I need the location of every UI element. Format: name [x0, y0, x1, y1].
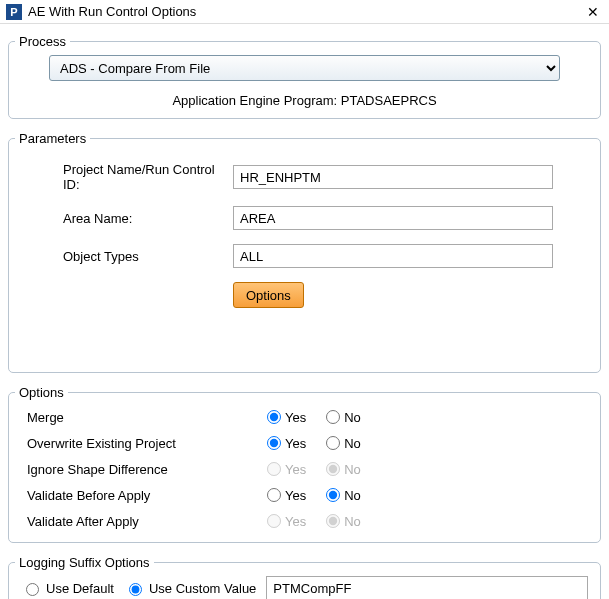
option-yes-text: Yes	[285, 436, 306, 451]
parameters-group: Parameters Project Name/Run Control ID: …	[8, 131, 601, 373]
option-label: Validate After Apply	[23, 514, 267, 529]
process-legend: Process	[15, 34, 70, 49]
option-no-label[interactable]: No	[326, 410, 361, 425]
options-group: Options MergeYesNoOverwrite Existing Pro…	[8, 385, 601, 543]
option-no-radio	[326, 514, 340, 528]
use-default-label[interactable]: Use Default	[21, 580, 114, 596]
option-no-text: No	[344, 436, 361, 451]
option-radio-pair: YesNo	[267, 488, 379, 503]
titlebar: P AE With Run Control Options ✕	[0, 0, 609, 24]
option-yes-label[interactable]: Yes	[267, 436, 306, 451]
option-label: Merge	[23, 410, 267, 425]
option-no-label[interactable]: No	[326, 436, 361, 451]
option-label: Ignore Shape Difference	[23, 462, 267, 477]
option-yes-radio[interactable]	[267, 436, 281, 450]
option-row: Ignore Shape DifferenceYesNo	[23, 456, 586, 482]
option-no-text: No	[344, 514, 361, 529]
option-no-radio[interactable]	[326, 410, 340, 424]
param-label-object-types: Object Types	[23, 249, 233, 264]
options-legend: Options	[15, 385, 68, 400]
param-row-project: Project Name/Run Control ID:	[23, 162, 586, 192]
use-custom-radio[interactable]	[129, 583, 142, 596]
option-no-label[interactable]: No	[326, 488, 361, 503]
ae-program-label: Application Engine Program: PTADSAEPRCS	[9, 85, 600, 118]
option-yes-radio	[267, 462, 281, 476]
option-yes-text: Yes	[285, 462, 306, 477]
option-no-text: No	[344, 488, 361, 503]
option-label: Overwrite Existing Project	[23, 436, 267, 451]
option-yes-label: Yes	[267, 462, 306, 477]
process-select[interactable]: ADS - Compare From File	[49, 55, 560, 81]
option-yes-label: Yes	[267, 514, 306, 529]
option-row: Validate Before ApplyYesNo	[23, 482, 586, 508]
logging-suffix-input[interactable]	[266, 576, 588, 599]
param-label-project: Project Name/Run Control ID:	[23, 162, 233, 192]
option-radio-pair: YesNo	[267, 410, 379, 425]
option-yes-radio[interactable]	[267, 488, 281, 502]
option-no-label: No	[326, 462, 361, 477]
option-no-text: No	[344, 410, 361, 425]
window-title: AE With Run Control Options	[28, 4, 583, 19]
option-row: MergeYesNo	[23, 404, 586, 430]
option-yes-text: Yes	[285, 410, 306, 425]
project-name-input[interactable]	[233, 165, 553, 189]
option-radio-pair: YesNo	[267, 436, 379, 451]
object-types-input[interactable]	[233, 244, 553, 268]
logging-group: Logging Suffix Options Use Default Use C…	[8, 555, 601, 599]
app-icon: P	[6, 4, 22, 20]
use-default-radio[interactable]	[26, 583, 39, 596]
option-row: Validate After ApplyYesNo	[23, 508, 586, 534]
option-yes-text: Yes	[285, 514, 306, 529]
option-label: Validate Before Apply	[23, 488, 267, 503]
use-default-text: Use Default	[46, 581, 114, 596]
option-yes-label[interactable]: Yes	[267, 410, 306, 425]
option-no-radio[interactable]	[326, 436, 340, 450]
option-no-radio	[326, 462, 340, 476]
param-label-area: Area Name:	[23, 211, 233, 226]
use-custom-text: Use Custom Value	[149, 581, 256, 596]
param-row-area: Area Name:	[23, 206, 586, 230]
option-row: Overwrite Existing ProjectYesNo	[23, 430, 586, 456]
option-no-text: No	[344, 462, 361, 477]
process-group: Process ADS - Compare From File Applicat…	[8, 34, 601, 119]
option-yes-radio[interactable]	[267, 410, 281, 424]
dialog-content: Process ADS - Compare From File Applicat…	[0, 24, 609, 599]
param-row-object-types: Object Types	[23, 244, 586, 268]
parameters-legend: Parameters	[15, 131, 90, 146]
option-yes-label[interactable]: Yes	[267, 488, 306, 503]
option-radio-pair: YesNo	[267, 462, 379, 477]
logging-legend: Logging Suffix Options	[15, 555, 154, 570]
option-yes-text: Yes	[285, 488, 306, 503]
close-icon[interactable]: ✕	[583, 4, 603, 20]
option-no-radio[interactable]	[326, 488, 340, 502]
area-name-input[interactable]	[233, 206, 553, 230]
option-no-label: No	[326, 514, 361, 529]
option-radio-pair: YesNo	[267, 514, 379, 529]
options-button[interactable]: Options	[233, 282, 304, 308]
option-yes-radio	[267, 514, 281, 528]
use-custom-label[interactable]: Use Custom Value	[124, 580, 256, 596]
